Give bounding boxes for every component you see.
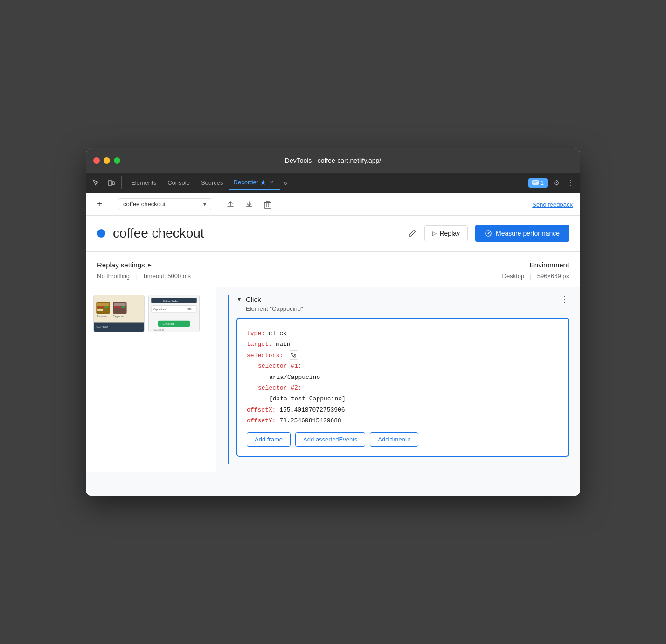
tab-sources[interactable]: Sources — [195, 176, 229, 189]
screenshot-thumbnails: Espresso Cappucino Total: $0.00 — [93, 295, 208, 332]
code-offsetx-value: 155.40187072753906 — [279, 406, 345, 413]
chat-icon — [532, 180, 539, 186]
add-frame-button[interactable]: Add frame — [247, 432, 291, 447]
code-selectors-key: selectors: — [247, 352, 283, 359]
tab-more-button[interactable]: » — [280, 177, 291, 189]
svg-point-10 — [488, 233, 489, 234]
export-button[interactable] — [223, 197, 238, 212]
replay-settings-section: Replay settings ▶ No throttling | Timeou… — [97, 261, 502, 280]
add-timeout-button[interactable]: Add timeout — [370, 432, 418, 447]
tabbar-right-actions: 1 ⚙ ⋮ — [528, 176, 576, 189]
main-content: coffee checkout ▷ Replay Measure perform… — [86, 216, 580, 496]
export-icon — [226, 200, 235, 209]
svg-text:Cappucino: Cappucino — [113, 315, 124, 318]
tabbar: Elements Console Sources Recorder ✕ » 1 — [86, 173, 580, 193]
code-offsety-key: offsetY: — [247, 417, 276, 424]
svg-text:Total: $0.00: Total: $0.00 — [96, 326, 108, 329]
tab-console[interactable]: Console — [162, 176, 195, 189]
replay-settings-details: No throttling | Timeout: 5000 ms — [97, 273, 502, 280]
recording-selector[interactable]: coffee checkout ▾ — [118, 198, 211, 210]
titlebar: DevTools - coffee-cart.netlify.app/ — [86, 148, 580, 173]
toolbar-divider-2 — [217, 199, 217, 210]
step-element-label: Element "Cappucino" — [236, 305, 569, 312]
code-selector1-value-line: aria/Cappucino — [247, 372, 559, 383]
add-asserted-events-button[interactable]: Add assertedEvents — [295, 432, 365, 447]
maximize-button[interactable] — [114, 157, 120, 164]
replay-button[interactable]: ▷ Replay — [424, 225, 468, 241]
code-selector2-key: selector #2: — [258, 385, 302, 392]
environment-section: Environment Desktop | 596×669 px — [502, 261, 569, 280]
delete-button[interactable] — [260, 197, 275, 212]
measure-performance-button[interactable]: Measure performance — [475, 225, 569, 242]
window-title: DevTools - coffee-cart.netlify.app/ — [285, 157, 381, 164]
edit-title-icon[interactable] — [408, 229, 417, 238]
screenshot-thumb-1[interactable]: Espresso Cappucino Total: $0.00 — [93, 295, 145, 332]
recording-name: coffee checkout — [123, 201, 200, 208]
settings-button[interactable]: ⚙ — [551, 176, 562, 189]
device-type: Desktop — [502, 273, 525, 280]
devtools-nav-icons — [90, 176, 122, 189]
toolbar: + coffee checkout ▾ — [86, 193, 580, 216]
screenshot-thumb-2[interactable]: Coffee Order Cappucino x1 $19 Checkout T… — [148, 295, 200, 332]
import-icon — [245, 200, 253, 209]
tab-elements[interactable]: Elements — [125, 176, 162, 189]
settings-expand-icon: ▶ — [148, 262, 152, 267]
svg-text:$19: $19 — [187, 308, 191, 311]
step-more-options[interactable]: ⋮ — [561, 295, 569, 303]
recording-header: coffee checkout ▷ Replay Measure perform… — [86, 216, 580, 252]
step-line-indicator — [228, 295, 229, 464]
svg-rect-36 — [294, 356, 296, 357]
more-options-button[interactable]: ⋮ — [565, 176, 576, 189]
import-button[interactable] — [242, 197, 257, 212]
svg-rect-23 — [122, 306, 125, 308]
selector-picker-icon[interactable] — [289, 350, 298, 360]
code-type-line: type: click — [247, 328, 559, 339]
resolution-value: 596×669 px — [537, 273, 569, 280]
svg-rect-14 — [97, 306, 100, 308]
svg-rect-16 — [105, 306, 108, 308]
svg-rect-5 — [264, 202, 271, 208]
settings-divider: | — [135, 273, 137, 280]
code-selector1-key: selector #1: — [258, 363, 302, 370]
code-offsety-line: offsetY: 78.25460815429688 — [247, 415, 559, 426]
environment-details: Desktop | 596×669 px — [502, 273, 569, 280]
svg-text:Coffee Order: Coffee Order — [163, 300, 179, 302]
svg-rect-21 — [114, 306, 117, 308]
close-button[interactable] — [93, 157, 100, 164]
add-recording-button[interactable]: + — [93, 198, 106, 211]
env-divider: | — [530, 273, 531, 280]
tab-close-icon[interactable]: ✕ — [268, 179, 275, 186]
step-type-label: Click — [246, 295, 261, 303]
code-panel: type: click target: main selectors: — [236, 318, 569, 457]
code-actions: Add frame Add assertedEvents Add timeout — [247, 432, 559, 447]
delete-icon — [264, 200, 271, 209]
code-selector2-line: selector #2: — [247, 383, 559, 393]
settings-bar: Replay settings ▶ No throttling | Timeou… — [86, 252, 580, 287]
chat-badge[interactable]: 1 — [528, 178, 548, 188]
svg-rect-2 — [532, 180, 539, 185]
code-selector2-value: [data-test=Cappucino] — [269, 395, 346, 402]
code-type-value: click — [269, 330, 287, 337]
step-collapse-icon[interactable]: ▼ — [236, 296, 242, 302]
code-selector1-value: aria/Cappucino — [269, 374, 320, 381]
replay-play-icon: ▷ — [432, 230, 437, 237]
minimize-button[interactable] — [104, 157, 110, 164]
devtools-window: DevTools - coffee-cart.netlify.app/ Elem… — [86, 148, 580, 496]
traffic-lights — [93, 157, 120, 164]
inspect-icon[interactable] — [90, 176, 103, 189]
throttling-value: No throttling — [97, 273, 130, 280]
code-selectors-line: selectors: — [247, 350, 559, 361]
svg-rect-15 — [101, 306, 104, 308]
replay-settings-title[interactable]: Replay settings ▶ — [97, 261, 502, 269]
tab-recorder[interactable]: Recorder ✕ — [229, 176, 280, 190]
step-inner: ▼ Click ⋮ Element "Cappucino" type: clic… — [236, 295, 569, 464]
svg-rect-1 — [112, 182, 114, 185]
svg-text:Checkout: Checkout — [163, 322, 174, 325]
device-icon[interactable] — [104, 176, 118, 189]
recorder-pin-icon — [260, 180, 266, 185]
toolbar-right: Send feedback — [532, 200, 573, 209]
svg-text:Cappucino x1: Cappucino x1 — [153, 308, 167, 311]
code-offsetx-key: offsetX: — [247, 406, 276, 413]
send-feedback-link[interactable]: Send feedback — [532, 201, 573, 208]
dropdown-arrow-icon: ▾ — [203, 201, 206, 208]
